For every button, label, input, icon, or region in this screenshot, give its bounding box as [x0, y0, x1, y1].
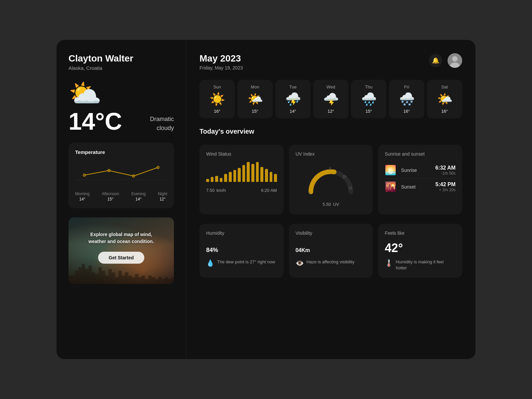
sunset-icon: 🌇 [385, 181, 396, 192]
right-panel: May 2023 Friday, May 19, 2023 🔔 Sun ☀ [186, 40, 475, 359]
day-icon: 🌤️ [437, 93, 453, 105]
day-icon: 🌧️ [361, 93, 377, 105]
chart-label-afternoon: Afternoon 15° [102, 192, 119, 201]
visibility-icon: 👁️ [296, 259, 304, 267]
wind-bar [274, 174, 277, 182]
svg-text:8: 8 [329, 167, 331, 171]
temperature-chart-card: Temperature Morning 14° Afternoon [68, 143, 174, 208]
overview-title: Today's overview [200, 128, 462, 135]
svg-text:12: 12 [348, 186, 352, 190]
sunrise-time: 6:32 AM [435, 165, 456, 171]
humidity-icon: 💧 [206, 259, 214, 267]
wind-footer: 7.50 km/h 6:20 AM [206, 186, 277, 194]
humidity-title: Humidity [206, 230, 277, 236]
sunset-label: Sunset [401, 184, 431, 190]
day-name: Wed [327, 84, 335, 89]
sunrise-time-block: 6:32 AM -1m 50s [435, 165, 456, 176]
sunrise-sunset-title: Sunrise and sunset [385, 151, 456, 157]
day-name: Tue [289, 84, 297, 89]
sunrise-label: Sunrise [401, 168, 431, 173]
wind-bar [224, 174, 227, 182]
wind-bar [206, 179, 209, 182]
day-card-sat: Sat 🌤️ 16° [427, 80, 462, 118]
visibility-title: Visibility [296, 230, 366, 236]
wind-status-title: Wind Status [206, 151, 277, 157]
chart-label-night: Night 12° [158, 192, 167, 201]
day-card-sun: Sun ☀️ 16° [200, 80, 235, 118]
user-location: Alaska, Croatia [68, 65, 174, 71]
month-title: May 2023 [200, 53, 243, 64]
day-temp: 15° [252, 109, 258, 114]
feels-like-detail-text: Humidity is making it feel hotter [396, 259, 456, 271]
user-name: Clayton Walter [68, 53, 174, 64]
humidity-detail: 💧 The dew point is 27° right now [206, 259, 277, 267]
day-name: Fri [404, 84, 409, 89]
day-icon: 🌤️ [247, 93, 263, 105]
overview-bottom-row: Humidity 84% 💧 The dew point is 27° righ… [200, 224, 462, 278]
wind-bar [238, 168, 241, 182]
uv-value: 5.50 UV [323, 199, 339, 208]
user-info: Clayton Walter Alaska, Croatia [68, 53, 174, 71]
wind-bar [260, 167, 263, 182]
feels-like-title: Feels like [385, 230, 456, 236]
overview-top-row: Wind Status [200, 145, 462, 214]
wind-speed: 7.50 km/h [206, 186, 226, 194]
wind-status-card: Wind Status [200, 145, 284, 214]
humidity-detail-text: The dew point is 27° right now [217, 259, 275, 265]
day-name: Thu [365, 84, 372, 89]
header-right: 🔔 [429, 53, 462, 68]
day-name: Sat [441, 84, 448, 89]
explore-text: Explore global map of wind,weather and o… [88, 231, 154, 245]
humidity-value: 84% [206, 241, 277, 255]
day-icon: ☀️ [209, 93, 225, 105]
day-name: Mon [251, 84, 259, 89]
uv-index-title: UV Index [296, 151, 366, 157]
day-card-thu: Thu 🌧️ 15° [351, 80, 386, 118]
wind-bar [270, 172, 273, 182]
sunset-time-block: 5:42 PM + 2m 10s [436, 182, 456, 192]
wind-bar [220, 178, 223, 182]
visibility-detail-text: Haze is affecting visibility [307, 259, 354, 265]
svg-text:10: 10 [342, 175, 346, 179]
sunrise-delta: -1m 50s [435, 171, 456, 176]
wind-bar [256, 162, 259, 182]
sunset-delta: + 2m 10s [436, 188, 456, 192]
sunrise-icon: 🌅 [385, 165, 396, 176]
current-temp: 14°C [68, 109, 122, 133]
left-panel: Clayton Walter Alaska, Croatia ⛅ 14°C Dr… [57, 40, 186, 359]
wind-bar [265, 169, 268, 182]
wind-bar [229, 172, 232, 182]
day-card-wed: Wed 🌩️ 12° [313, 80, 348, 118]
thermometer-icon: 🌡️ [385, 259, 393, 267]
day-temp: 14° [290, 109, 296, 114]
weather-description: Dramaticcloudy [150, 115, 174, 133]
current-weather: ⛅ 14°C Dramaticcloudy [68, 80, 174, 133]
day-temp: 12° [328, 109, 334, 114]
avatar-image [448, 53, 462, 68]
svg-point-6 [452, 56, 458, 62]
sunrise-sunset-card: Sunrise and sunset 🌅 Sunrise 6:32 AM -1m… [378, 145, 462, 214]
current-weather-icon: ⛅ [68, 80, 174, 107]
app-container: Clayton Walter Alaska, Croatia ⛅ 14°C Dr… [57, 40, 475, 359]
uv-gauge-svg: 6 8 10 12 [304, 162, 357, 195]
wind-bar [233, 170, 236, 182]
wind-bar [242, 165, 245, 182]
notification-bell[interactable]: 🔔 [429, 54, 442, 67]
day-card-mon: Mon 🌤️ 15° [237, 80, 273, 118]
day-card-tue: Tue ⛈️ 14° [275, 80, 311, 118]
wind-bar [247, 162, 250, 182]
visibility-value: 04Km [296, 241, 366, 255]
feels-like-value: 42° [385, 241, 456, 255]
visibility-card: Visibility 04Km 👁️ Haze is affecting vis… [289, 224, 373, 278]
get-started-button[interactable]: Get Started [98, 252, 144, 264]
explore-card: Explore global map of wind,weather and o… [68, 217, 174, 284]
date-subtitle: Friday, May 19, 2023 [200, 65, 243, 70]
chart-labels: Morning 14° Afternoon 15° Evening 14° Ni… [75, 192, 167, 201]
wind-bar [251, 164, 254, 182]
day-icon: 🌨️ [399, 93, 415, 105]
user-avatar[interactable] [448, 53, 462, 68]
day-temp: 16° [214, 109, 220, 114]
wind-bar [215, 176, 218, 182]
wind-time: 6:20 AM [261, 188, 277, 193]
uv-gauge: 6 8 10 12 5.50 UV [296, 162, 366, 208]
